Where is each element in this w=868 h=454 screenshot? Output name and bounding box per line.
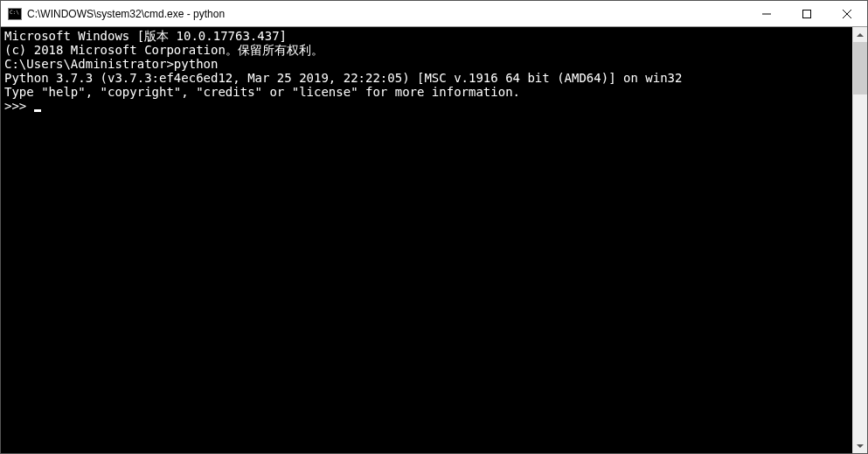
terminal-prompt-line: >>> [4, 99, 852, 113]
svg-marker-4 [857, 33, 864, 37]
titlebar[interactable]: C:\WINDOWS\system32\cmd.exe - python [1, 1, 867, 27]
terminal-line: (c) 2018 Microsoft Corporation。保留所有权利。 [4, 43, 852, 57]
terminal-wrapper: Microsoft Windows [版本 10.0.17763.437](c)… [1, 27, 867, 453]
scrollbar-track[interactable] [853, 42, 867, 438]
minimize-button[interactable] [746, 1, 787, 26]
terminal-line: C:\Users\Administrator>python [4, 57, 852, 71]
window-title: C:\WINDOWS\system32\cmd.exe - python [27, 8, 746, 20]
cmd-icon [8, 8, 22, 20]
scrollbar-down-arrow-icon[interactable] [853, 438, 867, 453]
python-prompt: >>> [4, 99, 34, 113]
scrollbar-thumb[interactable] [853, 42, 867, 94]
vertical-scrollbar[interactable] [852, 27, 867, 453]
scrollbar-up-arrow-icon[interactable] [853, 27, 867, 42]
terminal-line: Python 3.7.3 (v3.7.3:ef4ec6ed12, Mar 25 … [4, 71, 852, 85]
svg-rect-1 [803, 10, 811, 17]
close-button[interactable] [827, 1, 867, 26]
terminal[interactable]: Microsoft Windows [版本 10.0.17763.437](c)… [1, 27, 852, 453]
maximize-button[interactable] [787, 1, 827, 26]
window-controls [746, 1, 867, 26]
terminal-line: Microsoft Windows [版本 10.0.17763.437] [4, 29, 852, 43]
cursor [34, 109, 41, 112]
svg-marker-5 [857, 444, 864, 448]
terminal-line: Type "help", "copyright", "credits" or "… [4, 85, 852, 99]
